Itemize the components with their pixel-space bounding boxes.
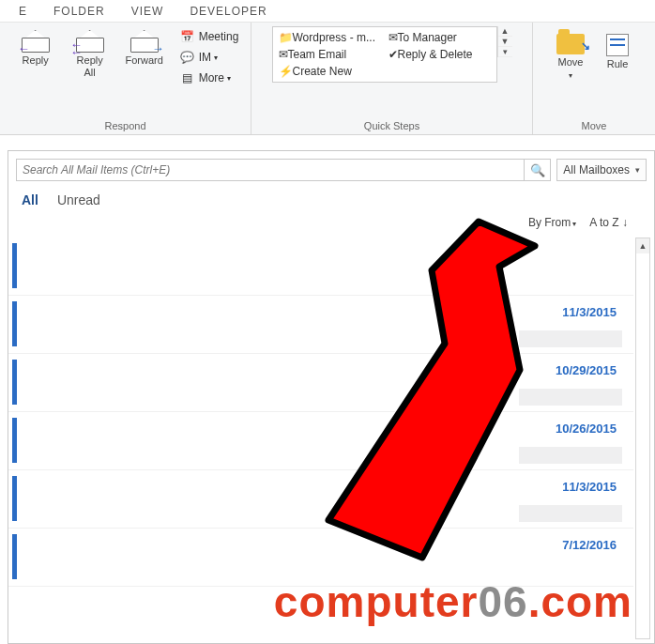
rules-icon xyxy=(606,34,629,56)
sort-order-toggle[interactable]: A to Z ↓ xyxy=(589,216,628,229)
message-date: 10/29/2015 xyxy=(556,363,617,377)
quickstep-reply-delete[interactable]: ✔ Reply & Delete xyxy=(385,46,495,63)
im-button[interactable]: 💬 IM▾ xyxy=(175,47,243,68)
quickstep-wordpress[interactable]: 📁 Wordpress - m... xyxy=(275,29,385,46)
list-item[interactable]: 11/3/2015 xyxy=(8,470,633,529)
scroll-up-icon[interactable]: ▲ xyxy=(636,238,649,253)
rules-button[interactable]: Rule xyxy=(594,26,641,70)
ribbon: ← Reply ← ← Reply All → Forward xyxy=(0,23,655,135)
reply-button[interactable]: ← Reply xyxy=(8,26,63,67)
lightning-icon: ⚡ xyxy=(279,65,293,78)
envelope-icon: → xyxy=(129,30,160,53)
message-date: 11/3/2015 xyxy=(562,305,617,319)
group-respond: ← Reply ← ← Reply All → Forward xyxy=(0,23,251,134)
list-item[interactable]: 10/29/2015 xyxy=(8,354,633,412)
forward-button[interactable]: → Forward xyxy=(117,26,172,67)
quickstep-team-email[interactable]: ✉ Team Email xyxy=(275,46,385,63)
scroll-up-icon[interactable]: ▲ xyxy=(498,26,512,37)
envelope-icon: ← ← xyxy=(74,30,106,53)
search-icon[interactable]: 🔍 xyxy=(525,159,551,181)
check-icon: ✔ xyxy=(388,48,398,61)
quickstep-to-manager[interactable]: ✉ To Manager xyxy=(385,29,495,46)
group-quicksteps: 📁 Wordpress - m... ✉ To Manager ✉ Team E… xyxy=(251,23,533,134)
list-item[interactable]: 7/12/2016 xyxy=(8,529,633,587)
envelope-icon: ← xyxy=(20,30,52,53)
chevron-down-icon: ▾ xyxy=(635,165,640,175)
more-icon: ▤ xyxy=(179,71,196,84)
group-label-respond: Respond xyxy=(104,118,145,132)
mail-list-pane: 🔍 All Mailboxes▾ All Unread By From▾ A t… xyxy=(8,150,655,644)
envelope-icon: ✉ xyxy=(388,31,398,44)
move-button[interactable]: ↘ Move▾ xyxy=(547,26,594,82)
reply-all-button[interactable]: ← ← Reply All xyxy=(63,26,117,79)
filter-unread[interactable]: Unread xyxy=(57,192,100,207)
calendar-icon: 📅 xyxy=(179,30,196,43)
expand-icon[interactable]: ▾ xyxy=(498,47,512,57)
more-button[interactable]: ▤ More▾ xyxy=(175,68,243,88)
group-label-move: Move xyxy=(582,118,607,132)
list-item[interactable]: 10/26/2015 xyxy=(8,412,633,470)
folder-move-icon: 📁 xyxy=(279,31,293,44)
message-list[interactable]: 11/3/2015 10/29/2015 10/26/2015 11/3/201… xyxy=(8,238,633,643)
list-item[interactable]: 11/3/2015 xyxy=(8,296,633,354)
message-date: 10/26/2015 xyxy=(556,422,617,436)
meeting-button[interactable]: 📅 Meeting xyxy=(175,26,243,47)
tab-developer[interactable]: DEVELOPER xyxy=(176,5,280,18)
chevron-down-icon: ▾ xyxy=(572,220,576,228)
group-move: ↘ Move▾ Rule Move xyxy=(533,23,655,134)
message-date: 11/3/2015 xyxy=(562,480,617,494)
chat-icon: 💬 xyxy=(179,51,196,64)
sort-down-icon: ↓ xyxy=(622,216,628,229)
message-date: 7/12/2016 xyxy=(562,538,617,552)
quickstep-create-new[interactable]: ⚡ Create New xyxy=(275,63,385,80)
folder-icon: ↘ xyxy=(556,34,585,54)
vertical-scrollbar[interactable]: ▲ xyxy=(635,238,650,639)
list-item[interactable] xyxy=(8,238,633,296)
quicksteps-scroll[interactable]: ▲ ▼ ▾ xyxy=(497,26,512,57)
envelope-icon: ✉ xyxy=(279,48,288,61)
tab-view[interactable]: VIEW xyxy=(118,5,177,18)
sort-by-dropdown[interactable]: By From▾ xyxy=(528,216,576,229)
tab-home-edge[interactable]: E xyxy=(6,5,40,18)
group-label-quicksteps: Quick Steps xyxy=(364,118,419,132)
search-scope-dropdown[interactable]: All Mailboxes▾ xyxy=(556,159,647,181)
filter-all[interactable]: All xyxy=(22,192,38,207)
scroll-down-icon[interactable]: ▼ xyxy=(498,37,512,47)
search-input[interactable] xyxy=(16,159,525,181)
tab-folder[interactable]: FOLDER xyxy=(40,5,118,18)
quicksteps-gallery[interactable]: 📁 Wordpress - m... ✉ To Manager ✉ Team E… xyxy=(272,26,497,83)
